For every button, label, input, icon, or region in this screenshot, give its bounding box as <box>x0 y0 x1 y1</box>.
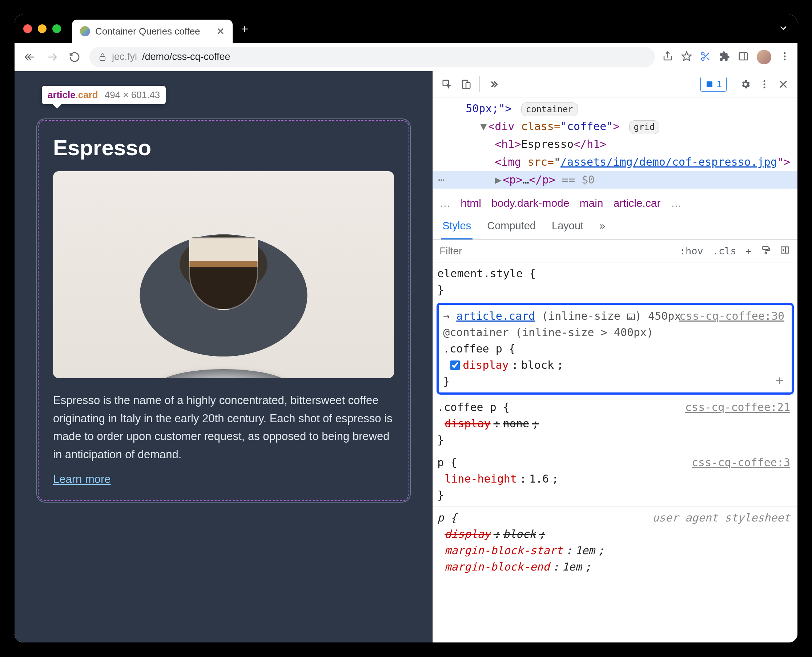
kebab-menu-icon[interactable] <box>756 76 773 93</box>
share-icon[interactable] <box>662 51 673 63</box>
svg-rect-26 <box>765 252 767 254</box>
styles-tabs: Styles Computed Layout » <box>433 213 798 240</box>
content-area: article.card 494 × 601.43 Espresso Espre… <box>14 71 798 643</box>
paint-icon[interactable] <box>758 243 773 259</box>
browser-window: Container Queries coffee ✕ + jec.fyi/dem… <box>14 14 798 643</box>
styles-filter-input[interactable] <box>438 242 673 260</box>
rule2-source[interactable]: css-cq-coffee:21 <box>685 399 790 415</box>
tab-more[interactable]: » <box>598 213 607 240</box>
svg-point-22 <box>764 87 765 88</box>
issue-icon <box>705 80 714 89</box>
article-card: Espresso Espresso is the name of a highl… <box>36 118 411 503</box>
sidepanel-icon[interactable] <box>738 51 749 63</box>
rule-container-query[interactable]: → article.card (inline-size ) 450px @con… <box>436 303 794 395</box>
back-button[interactable] <box>22 50 37 65</box>
tab-layout[interactable]: Layout <box>550 213 585 240</box>
forward-button[interactable] <box>44 50 59 65</box>
svg-point-14 <box>784 55 786 57</box>
elements-line-img[interactable]: <img src="/assets/img/demo/cof-espresso.… <box>433 153 798 171</box>
url-bar[interactable]: jec.fyi/demo/css-cq-coffee <box>89 47 655 67</box>
close-window-button[interactable] <box>23 24 32 33</box>
devtools-topbar: 1 <box>433 71 798 97</box>
tab-close-button[interactable]: ✕ <box>216 25 224 37</box>
elements-line-style[interactable]: 50px;"> container <box>433 100 798 117</box>
extensions-icon[interactable] <box>719 51 730 63</box>
tab-styles[interactable]: Styles <box>441 213 472 240</box>
tooltip-class: .card <box>76 89 98 100</box>
decl-checkbox[interactable] <box>450 360 460 370</box>
styles-body: element.style { } → article.card (inline… <box>433 262 798 643</box>
bookmark-icon[interactable] <box>681 51 692 63</box>
page-preview: article.card 494 × 601.43 Espresso Espre… <box>14 71 433 643</box>
close-devtools-icon[interactable] <box>775 76 792 93</box>
svg-point-7 <box>701 58 704 60</box>
hov-toggle[interactable]: :hov <box>677 243 706 259</box>
svg-point-21 <box>764 83 765 85</box>
elements-line-div[interactable]: ▼<div class="coffee"> grid <box>433 117 798 135</box>
rule1-source[interactable]: css-cq-coffee:30 <box>680 308 784 324</box>
crumb-body[interactable]: body.dark-mode <box>491 197 570 209</box>
devtools-panel: 1 50px;"> container ▼<div class="coffee"… <box>433 71 798 643</box>
maximize-window-button[interactable] <box>52 24 61 33</box>
issue-count: 1 <box>717 78 722 90</box>
settings-icon[interactable] <box>737 76 754 93</box>
url-path: /demo/css-cq-coffee <box>142 51 231 62</box>
card-paragraph: Espresso is the name of a highly concent… <box>53 391 394 463</box>
browser-tab[interactable]: Container Queries coffee ✕ <box>72 20 233 43</box>
svg-point-20 <box>764 80 765 82</box>
issues-badge[interactable]: 1 <box>700 77 726 92</box>
device-toolbar-icon[interactable] <box>458 76 474 93</box>
new-tab-button[interactable]: + <box>242 22 249 36</box>
crumb-html[interactable]: html <box>461 197 481 209</box>
add-declaration-button[interactable]: + <box>776 371 784 390</box>
grid-badge[interactable]: grid <box>629 120 660 134</box>
tooltip-dimensions: 494 × 601.43 <box>105 89 160 101</box>
styles-toolbar: :hov .cls + <box>433 240 798 262</box>
scissors-icon[interactable] <box>700 51 711 63</box>
menu-icon[interactable] <box>779 51 790 63</box>
svg-line-10 <box>704 54 706 56</box>
crumb-main[interactable]: main <box>579 197 603 209</box>
rule3-source[interactable]: css-cq-coffee:3 <box>692 454 790 470</box>
coffee-image <box>53 171 394 378</box>
crumb-ell-right[interactable]: … <box>671 197 682 209</box>
new-rule-button[interactable]: + <box>743 243 754 259</box>
tooltip-element: article <box>48 89 76 100</box>
learn-more-link[interactable]: Learn more <box>53 473 111 486</box>
tab-title: Container Queries coffee <box>95 26 200 37</box>
card-heading: Espresso <box>53 135 394 160</box>
lock-icon <box>98 53 107 61</box>
minimize-window-button[interactable] <box>38 24 47 33</box>
titlebar: Container Queries coffee ✕ + <box>14 14 798 43</box>
elements-line-h1[interactable]: <h1>Espresso</h1> <box>433 135 798 153</box>
inspect-element-icon[interactable] <box>439 76 455 93</box>
svg-point-6 <box>701 52 704 55</box>
svg-rect-19 <box>707 81 712 87</box>
toggle-sidebar-icon[interactable] <box>777 243 792 259</box>
container-badge[interactable]: container <box>521 103 578 116</box>
more-tabs-icon[interactable] <box>485 76 502 93</box>
svg-rect-11 <box>739 53 748 60</box>
rule-coffee-p[interactable]: .coffee p { css-cq-coffee:21 display: no… <box>433 396 798 451</box>
svg-line-9 <box>707 58 709 60</box>
rule-p-lh[interactable]: p { css-cq-coffee:3 line-height: 1.6; } <box>433 451 798 506</box>
svg-point-13 <box>784 52 786 54</box>
svg-point-15 <box>784 59 786 60</box>
elements-tree[interactable]: 50px;"> container ▼<div class="coffee"> … <box>433 97 798 193</box>
reload-button[interactable] <box>67 50 82 65</box>
traffic-lights <box>23 24 61 33</box>
tab-computed[interactable]: Computed <box>486 213 537 240</box>
window-chevron[interactable] <box>778 23 789 35</box>
rule-element-style[interactable]: element.style { } <box>433 262 798 301</box>
card-inner: Espresso Espresso is the name of a highl… <box>38 120 409 501</box>
url-host: jec.fyi <box>112 51 137 62</box>
crumb-ell-left[interactable]: … <box>440 197 450 209</box>
cls-toggle[interactable]: .cls <box>710 243 739 259</box>
elements-line-p-selected[interactable]: ▶<p>…</p> == $0 <box>433 171 798 188</box>
crumb-article[interactable]: article.car <box>614 197 661 209</box>
profile-avatar[interactable] <box>757 50 771 64</box>
svg-rect-3 <box>100 57 105 60</box>
rule-user-agent[interactable]: p { user agent stylesheet display: block… <box>433 506 798 578</box>
svg-marker-5 <box>682 51 691 60</box>
browser-toolbar: jec.fyi/demo/css-cq-coffee <box>14 43 798 71</box>
